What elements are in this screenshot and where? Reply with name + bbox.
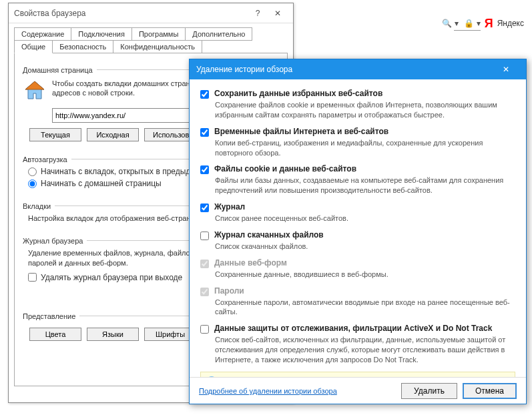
tab-general[interactable]: Общие <box>14 41 53 53</box>
history-option-4: Журнал скачанных файловСписок скачанных … <box>200 230 515 252</box>
tab-privacy[interactable]: Конфиденциальность <box>113 41 202 53</box>
history-desc-2: Файлы или базы данных, создаваемые на ко… <box>215 175 515 195</box>
history-checkbox-1[interactable] <box>200 128 209 137</box>
tab-advanced[interactable]: Дополнительно <box>185 27 252 41</box>
bg-search[interactable]: 🔍▾ 🔒▾ <box>454 16 481 31</box>
help-button[interactable]: ? <box>248 5 268 21</box>
titlebar: Свойства браузера ? ✕ <box>9 3 293 23</box>
tab-security[interactable]: Безопасность <box>52 41 113 53</box>
yandex-letter: Я <box>485 17 493 31</box>
delete-history-dialog: Удаление истории обзора ✕ Сохранить данн… <box>189 59 527 404</box>
history-checkbox-4[interactable] <box>200 232 209 240</box>
default-button[interactable]: Исходная <box>87 128 139 141</box>
history-checkbox-2[interactable] <box>200 165 209 174</box>
history-title-3: Журнал <box>214 202 245 212</box>
history-title-2: Файлы cookie и данные веб-сайтов <box>214 164 356 173</box>
history-option-5: Данные веб-формСохраненные данные, вводи… <box>200 258 515 280</box>
languages-button[interactable]: Языки <box>87 328 139 341</box>
history-title-6: Пароли <box>214 286 244 296</box>
history-desc-4: Список скачанных файлов. <box>215 242 515 252</box>
colors-button[interactable]: Цвета <box>29 328 81 341</box>
history-desc-5: Сохраненные данные, вводившиеся в веб-фо… <box>215 270 515 280</box>
history-desc-0: Сохранение файлов cookie и временных фай… <box>215 100 515 120</box>
history-checkbox-7[interactable] <box>200 325 209 334</box>
history-option-0: Сохранить данные избранных веб-сайтовСох… <box>200 89 515 120</box>
close-button[interactable]: ✕ <box>268 5 288 21</box>
history-option-7: Данные защиты от отслеживания, фильтраци… <box>200 324 515 365</box>
close-button[interactable]: ✕ <box>493 61 519 78</box>
house-icon <box>23 79 47 103</box>
window-title: Свойства браузера <box>14 9 248 18</box>
tab-content[interactable]: Содержание <box>14 27 71 41</box>
history-option-3: ЖурналСписок ранее посещенных веб-сайтов… <box>200 202 515 224</box>
history-checkbox-3[interactable] <box>200 203 209 212</box>
info-bar: iНекоторыми параметрами управляет систем… <box>200 372 515 377</box>
svg-marker-1 <box>25 81 44 89</box>
history-title-5: Данные веб-форм <box>214 258 287 268</box>
history-checkbox-5 <box>200 260 209 268</box>
search-icon: 🔍 <box>442 19 452 28</box>
history-title-1: Временные файлы Интернета и веб-сайтов <box>214 127 388 136</box>
dialog2-title: Удаление истории обзора <box>196 65 493 74</box>
history-option-6: ПаролиСохраненные пароли, автоматически … <box>200 286 515 318</box>
learn-more-link[interactable]: Подробнее об удалении истории обзора <box>199 387 337 395</box>
history-title-4: Журнал скачанных файлов <box>214 230 324 240</box>
tab-connections[interactable]: Подключения <box>71 27 132 41</box>
history-option-1: Временные файлы Интернета и веб-сайтовКо… <box>200 127 515 158</box>
current-button[interactable]: Текущая <box>29 128 81 141</box>
history-checkbox-6 <box>200 288 209 296</box>
history-title-0: Сохранить данные избранных веб-сайтов <box>214 89 382 98</box>
history-desc-3: Список ранее посещенных веб-сайтов. <box>215 214 515 224</box>
history-option-2: Файлы cookie и данные веб-сайтовФайлы ил… <box>200 164 515 195</box>
titlebar2: Удаление истории обзора ✕ <box>190 59 526 79</box>
yandex-logo: Я Яндекс <box>485 17 524 31</box>
history-checkbox-0[interactable] <box>200 90 209 99</box>
tab-programs[interactable]: Программы <box>131 27 186 41</box>
history-desc-7: Список веб-сайтов, исключенных из фильтр… <box>215 335 515 365</box>
history-desc-6: Сохраненные пароли, автоматически вводим… <box>215 298 515 318</box>
history-title-7: Данные защиты от отслеживания, фильтраци… <box>214 324 492 333</box>
lock-icon: 🔒 <box>464 19 474 28</box>
history-desc-1: Копии веб-страниц, изображения и медиафа… <box>215 138 515 158</box>
delete-button[interactable]: Удалить <box>401 383 457 399</box>
cancel-button[interactable]: Отмена <box>463 383 517 399</box>
